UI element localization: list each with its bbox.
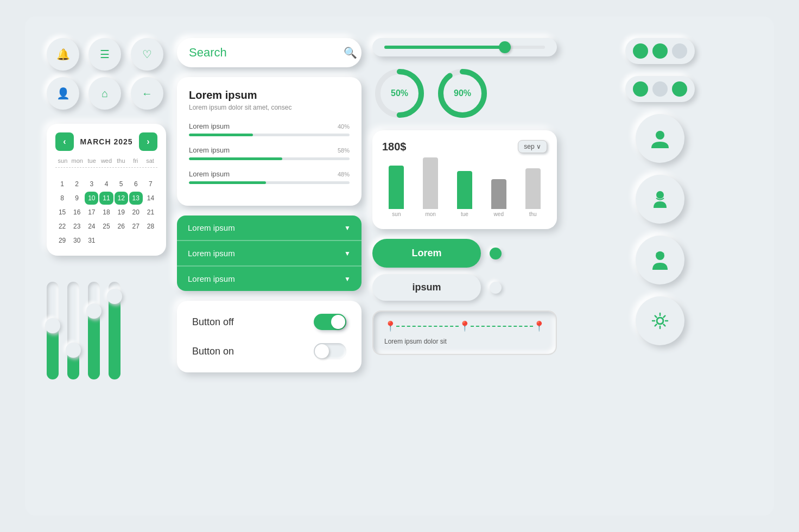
progress-fill-2	[189, 157, 282, 160]
search-input[interactable]	[189, 46, 338, 60]
cal-day-31[interactable]: 31	[85, 234, 98, 247]
location-dashed-line	[396, 326, 459, 327]
dot-green-1[interactable]	[633, 43, 648, 59]
v-slider-3[interactable]	[88, 282, 100, 379]
home-icon-button[interactable]: ⌂	[88, 77, 121, 110]
bar-label-tue: tue	[461, 211, 468, 217]
dropdown-item-2[interactable]: Lorem ipsum ▼	[177, 241, 362, 267]
cal-day-14[interactable]: 14	[144, 192, 157, 205]
calendar-prev-button[interactable]: ‹	[55, 132, 74, 151]
bar-group-wed: wed	[484, 179, 513, 217]
dot-light-1[interactable]	[672, 43, 687, 59]
cal-day-27[interactable]: 27	[129, 220, 143, 233]
dropdown-item-1[interactable]: Lorem ipsum ▼	[177, 216, 362, 241]
heart-icon-button[interactable]: ♡	[131, 38, 163, 71]
cal-day-11[interactable]: 11	[99, 192, 113, 205]
bell-icon-button[interactable]: 🔔	[47, 38, 79, 71]
v-slider-1[interactable]	[47, 282, 59, 379]
v-slider-4[interactable]	[109, 282, 121, 379]
cal-day-7[interactable]: 7	[144, 178, 157, 191]
dot-green-4[interactable]	[672, 81, 687, 97]
location-dashed-line-2	[471, 326, 533, 327]
cal-day-26[interactable]: 26	[115, 220, 128, 233]
bar-chart: sun mon tue wed thu	[382, 160, 547, 219]
day-wed: wed	[99, 157, 114, 164]
cal-day-16[interactable]: 16	[70, 206, 84, 219]
cal-day-10[interactable]: 10	[85, 192, 98, 205]
light-dot-1[interactable]	[490, 282, 502, 294]
v-slider-thumb-1[interactable]	[45, 318, 60, 333]
progress-label-2: Lorem ipsum	[189, 146, 230, 154]
cal-day-12[interactable]: 12	[115, 192, 128, 205]
avatar-female-icon-2	[648, 248, 672, 272]
progress-pct-3: 48%	[338, 171, 350, 178]
calendar-month-title: MARCH 2025	[80, 137, 132, 146]
cal-day-25[interactable]: 25	[99, 220, 113, 233]
user-icon-button[interactable]: 👤	[47, 77, 79, 110]
v-slider-thumb-2[interactable]	[66, 343, 81, 358]
cal-day-15[interactable]: 15	[55, 206, 69, 219]
main-canvas: 🔔 ☰ ♡ 👤 ⌂ ← ‹ MARCH 2025 ›	[25, 16, 774, 516]
cal-day-30[interactable]: 30	[70, 234, 84, 247]
cal-day-3[interactable]: 3	[85, 178, 98, 191]
menu-icon-button[interactable]: ☰	[88, 38, 121, 71]
cal-day-24[interactable]: 24	[85, 220, 98, 233]
dot-green-3[interactable]	[633, 81, 648, 97]
day-mon: mon	[70, 157, 85, 164]
v-slider-thumb-4[interactable]	[107, 289, 122, 304]
cal-day-29[interactable]: 29	[55, 234, 69, 247]
cal-day-20[interactable]: 20	[129, 206, 143, 219]
cal-day-22[interactable]: 22	[55, 220, 69, 233]
cal-day-21[interactable]: 21	[144, 206, 157, 219]
calendar-widget: ‹ MARCH 2025 › sun mon tue wed thu fri s…	[47, 124, 166, 256]
cal-day-18[interactable]: 18	[99, 206, 113, 219]
chart-card: 180$ sep ∨ sun mon tue wed	[372, 130, 557, 229]
gear-circle[interactable]	[636, 296, 684, 345]
cal-day-28[interactable]: 28	[144, 220, 157, 233]
avatar-male-1[interactable]	[636, 114, 684, 163]
icon-grid: 🔔 ☰ ♡ 👤 ⌂ ←	[47, 38, 166, 110]
day-sat: sat	[143, 157, 157, 164]
dropdown-label-1: Lorem ipsum	[188, 223, 235, 232]
secondary-button[interactable]: ipsum	[372, 274, 481, 301]
dot-green-2[interactable]	[652, 43, 668, 59]
cal-day-empty	[129, 234, 143, 247]
toggle-switch-2[interactable]	[314, 343, 346, 359]
avatar-female-1[interactable]	[636, 175, 684, 224]
green-dot-1[interactable]	[490, 248, 502, 259]
cal-day-9[interactable]: 9	[70, 192, 84, 205]
progress-track-2	[189, 157, 350, 160]
dropdown-item-3[interactable]: Lorem ipsum ▼	[177, 267, 362, 291]
cal-day-1[interactable]: 1	[55, 178, 69, 191]
v-slider-thumb-3[interactable]	[86, 303, 102, 319]
horizontal-slider-thumb[interactable]	[499, 41, 511, 53]
progress-label-row-2: Lorem ipsum 58%	[189, 146, 350, 154]
search-icon-button[interactable]: 🔍	[344, 46, 357, 59]
toggle-knob-1	[331, 315, 345, 329]
dot-light-2[interactable]	[652, 81, 668, 97]
cal-day-8[interactable]: 8	[55, 192, 69, 205]
cal-day-empty	[85, 171, 98, 176]
cal-day-6[interactable]: 6	[129, 178, 143, 191]
cal-day-2[interactable]: 2	[70, 178, 84, 191]
primary-button[interactable]: Lorem	[372, 239, 481, 268]
cal-day-17[interactable]: 17	[85, 206, 98, 219]
toggle-switch-1[interactable]	[314, 314, 346, 330]
cal-day-empty	[55, 171, 69, 176]
cal-day-19[interactable]: 19	[115, 206, 128, 219]
chart-period-button[interactable]: sep ∨	[518, 140, 547, 153]
back-icon-button[interactable]: ←	[131, 77, 163, 110]
toggle-section: Button off Button on	[177, 301, 362, 372]
cal-day-4[interactable]: 4	[99, 178, 113, 191]
cal-day-23[interactable]: 23	[70, 220, 84, 233]
calendar-next-button[interactable]: ›	[139, 132, 157, 151]
toggle-knob-2	[315, 344, 329, 358]
cal-day-empty	[99, 171, 113, 176]
search-bar: 🔍	[177, 38, 362, 67]
cal-day-5[interactable]: 5	[115, 178, 128, 191]
v-slider-2[interactable]	[67, 282, 79, 379]
bar-group-tue: tue	[451, 171, 479, 217]
horizontal-slider-track[interactable]	[384, 46, 545, 49]
cal-day-13[interactable]: 13	[129, 192, 143, 205]
avatar-female-2[interactable]	[636, 236, 684, 284]
